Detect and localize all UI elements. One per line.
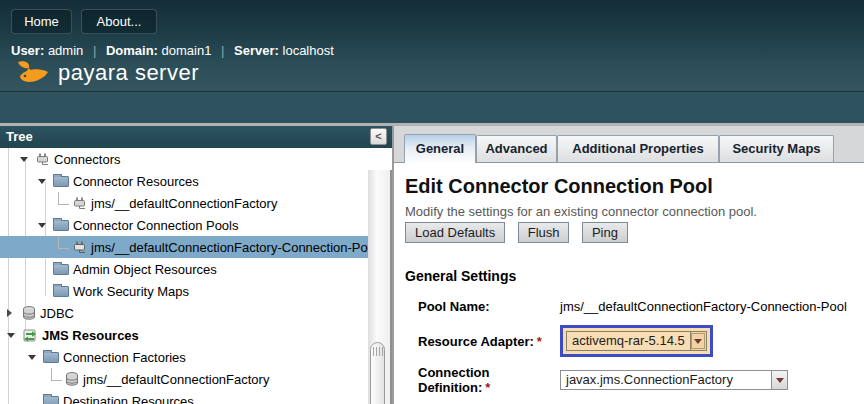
tree-item-label: Connection Factories (63, 350, 186, 365)
required-asterisk: * (485, 380, 490, 395)
tree-rows: Connectors Connector Resources jms/__def… (0, 148, 368, 404)
server-value: localhost (283, 43, 334, 58)
flush-button[interactable]: Flush (518, 222, 570, 243)
tree-item-jms-default-connection-factory[interactable]: jms/__defaultConnectionFactory (0, 192, 368, 214)
tree-item-jms-resources[interactable]: JMS Resources (0, 324, 368, 346)
required-asterisk: * (537, 334, 542, 349)
tree-item-label: Connector Resources (73, 174, 199, 189)
tab-security-maps[interactable]: Security Maps (719, 135, 834, 162)
tree-scrollbar-thumb[interactable] (370, 342, 385, 404)
tab-general[interactable]: General (404, 134, 476, 163)
folder-icon (53, 263, 69, 275)
tree-item-label: JDBC (40, 306, 74, 321)
tree-item-admin-object-resources[interactable]: Admin Object Resources (0, 258, 368, 280)
folder-icon (53, 175, 69, 187)
tree-collapse-button[interactable]: < (370, 128, 387, 145)
tree-item-connector-connection-pools[interactable]: Connector Connection Pools (0, 214, 368, 236)
content-pane: General Advanced Additional Properties S… (392, 126, 864, 404)
resource-adapter-select[interactable]: activemq-rar-5.14.5 (566, 331, 707, 351)
toolbar: Load Defaults Flush Ping (405, 222, 864, 243)
connector-icon (72, 241, 87, 254)
user-label: User: (11, 43, 44, 58)
payara-fish-icon (16, 60, 50, 86)
pool-name-label: Pool Name: (405, 299, 560, 314)
jms-exchange-icon (22, 329, 38, 342)
tree-elbow-connector (58, 236, 69, 249)
user-value: admin (48, 43, 83, 58)
tab-strip: General Advanced Additional Properties S… (394, 126, 864, 163)
content-body: Edit Connector Connection Pool Modify th… (394, 163, 864, 404)
tree-scrollbar[interactable] (368, 170, 392, 404)
connection-definition-label: Connection Definition:* (405, 365, 560, 395)
tree-item-label: jms/__defaultConnectionFactory (91, 196, 277, 211)
tree-panel-header: Tree < (0, 126, 392, 148)
database-icon (65, 372, 79, 386)
expander-down-icon[interactable] (38, 223, 53, 228)
tree-item-connectors[interactable]: Connectors (0, 148, 368, 170)
connector-icon (72, 197, 87, 210)
tree-item-jms-default-connection-factory-2[interactable]: jms/__defaultConnectionFactory (0, 368, 368, 390)
separator: | (87, 43, 102, 58)
domain-label: Domain: (106, 43, 158, 58)
session-info: User: admin | Domain: domain1 | Server: … (11, 43, 334, 58)
database-icon (22, 306, 36, 320)
page-subtitle: Modify the settings for an existing conn… (405, 204, 864, 219)
tree-elbow-connector (51, 368, 62, 381)
dropdown-arrow-icon[interactable] (690, 332, 706, 350)
tree-item-work-security-maps[interactable]: Work Security Maps (0, 280, 368, 302)
tree-body: Connectors Connector Resources jms/__def… (0, 148, 392, 404)
folder-icon (53, 285, 69, 297)
resource-adapter-highlight-box: activemq-rar-5.14.5 (560, 325, 713, 357)
connector-icon (35, 153, 50, 166)
tree-item-label: JMS Resources (42, 328, 139, 343)
tree-elbow-connector (58, 192, 69, 205)
tree-item-label: Destination Resources (63, 394, 194, 404)
tab-advanced[interactable]: Advanced (476, 135, 557, 162)
domain-value: domain1 (162, 43, 212, 58)
separator: | (215, 43, 230, 58)
folder-icon (53, 219, 69, 231)
server-label: Server: (234, 43, 279, 58)
section-title: General Settings (405, 268, 864, 284)
load-defaults-button[interactable]: Load Defaults (405, 222, 505, 243)
tree-item-jdbc[interactable]: JDBC (0, 302, 368, 324)
teal-band (0, 92, 864, 123)
dropdown-arrow-icon[interactable] (771, 371, 787, 389)
payara-admin-console: Home About... User: admin | Domain: doma… (0, 0, 864, 404)
connection-definition-row: Connection Definition:* javax.jms.Connec… (405, 365, 864, 395)
resource-adapter-label: Resource Adapter:* (405, 334, 560, 349)
connection-definition-label-text: Connection Definition: (418, 365, 490, 395)
home-button[interactable]: Home (11, 9, 72, 34)
tree-item-label: Connector Connection Pools (73, 218, 239, 233)
expander-right-icon[interactable] (7, 309, 22, 317)
expander-down-icon[interactable] (7, 333, 22, 338)
resource-adapter-row: Resource Adapter:* activemq-rar-5.14.5 (405, 325, 864, 357)
ping-button[interactable]: Ping (582, 222, 628, 243)
connection-definition-select[interactable]: javax.jms.ConnectionFactory (560, 370, 788, 390)
folder-icon (43, 351, 59, 363)
brand-logo: payara server (16, 58, 199, 88)
page-title: Edit Connector Connection Pool (405, 175, 864, 198)
pool-name-row: Pool Name: jms/__defaultConnectionFactor… (405, 299, 864, 314)
tree-item-label: Work Security Maps (73, 284, 189, 299)
expander-down-icon[interactable] (28, 355, 43, 360)
about-button[interactable]: About... (81, 9, 157, 34)
expander-down-icon[interactable] (20, 157, 35, 162)
tree-item-label: jms/__defaultConnectionFactory-Connectio… (91, 240, 378, 255)
tree-panel: Tree < Connectors Connector Resources (0, 126, 392, 404)
tree-item-jms-default-connection-factory-pool-selected[interactable]: jms/__defaultConnectionFactory-Connectio… (0, 236, 368, 258)
connection-definition-selected-value: javax.jms.ConnectionFactory (561, 371, 771, 389)
tree-item-label: Admin Object Resources (73, 262, 217, 277)
folder-icon (43, 395, 59, 404)
brand-text: payara server (58, 60, 199, 86)
tab-additional-properties[interactable]: Additional Properties (557, 135, 719, 162)
tree-item-destination-resources[interactable]: Destination Resources (0, 390, 368, 404)
tree-item-connector-resources[interactable]: Connector Resources (0, 170, 368, 192)
tree-item-label: jms/__defaultConnectionFactory (83, 372, 269, 387)
tree-item-connection-factories[interactable]: Connection Factories (0, 346, 368, 368)
expander-down-icon[interactable] (38, 179, 53, 184)
tree-item-label: Connectors (54, 152, 120, 167)
tree-title: Tree (6, 129, 33, 144)
resource-adapter-selected-value: activemq-rar-5.14.5 (567, 332, 690, 350)
pool-name-value: jms/__defaultConnectionFactory-Connectio… (560, 299, 847, 314)
